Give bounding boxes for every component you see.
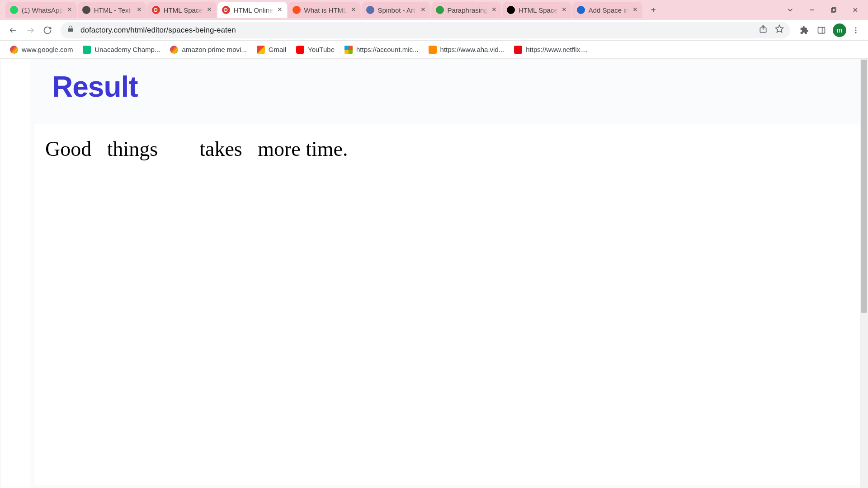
bookmark-favicon bbox=[344, 46, 353, 54]
tab-what-is-html[interactable]: What is HTML ✕ bbox=[288, 2, 361, 18]
bookmark-star-icon[interactable] bbox=[775, 24, 784, 36]
bookmark-label: https://www.aha.vid... bbox=[440, 46, 505, 53]
tab-favicon bbox=[366, 6, 374, 14]
bookmark-favicon bbox=[170, 46, 178, 54]
maximize-button[interactable] bbox=[824, 2, 844, 18]
bookmark-favicon bbox=[83, 46, 91, 54]
extensions-button[interactable] bbox=[797, 23, 812, 38]
panel-header: Result bbox=[30, 59, 868, 120]
result-panel: Result Good things takes more time. bbox=[30, 59, 868, 488]
profile-avatar[interactable]: m bbox=[833, 23, 846, 37]
bookmark-favicon bbox=[514, 46, 522, 54]
bookmark-favicon bbox=[429, 46, 437, 54]
bookmark-amazon-prime[interactable]: amazon prime movi... bbox=[166, 44, 250, 56]
bookmark-unacademy[interactable]: Unacademy Champ... bbox=[79, 44, 164, 56]
tab-favicon bbox=[10, 6, 18, 14]
tab-html-space-2[interactable]: HTML Space ✕ bbox=[502, 2, 571, 18]
tab-spinbot[interactable]: Spinbot - Art ✕ bbox=[362, 2, 430, 18]
tab-favicon: D bbox=[152, 6, 160, 14]
svg-point-13 bbox=[855, 29, 857, 31]
close-icon[interactable]: ✕ bbox=[206, 6, 213, 14]
scrollbar-thumb[interactable] bbox=[861, 60, 867, 313]
bookmarks-bar: www.google.com Unacademy Champ... amazon… bbox=[0, 41, 868, 59]
close-icon[interactable]: ✕ bbox=[66, 6, 73, 14]
close-icon[interactable]: ✕ bbox=[561, 6, 568, 14]
tab-title: (1) WhatsApp bbox=[22, 6, 63, 14]
side-panel-button[interactable] bbox=[814, 23, 829, 38]
bookmark-google[interactable]: www.google.com bbox=[6, 44, 76, 56]
tab-strip: (1) WhatsApp ✕ HTML - Text ✕ D HTML Spac… bbox=[0, 0, 868, 20]
close-icon[interactable]: ✕ bbox=[350, 6, 357, 14]
result-heading: Result bbox=[52, 70, 846, 103]
bookmark-label: www.google.com bbox=[22, 46, 73, 53]
bookmark-favicon bbox=[257, 46, 265, 54]
toolbar: dofactory.com/html/editor/spaces-being-e… bbox=[0, 20, 868, 41]
new-tab-button[interactable]: + bbox=[647, 4, 660, 16]
avatar-initial: m bbox=[837, 26, 843, 34]
close-icon[interactable]: ✕ bbox=[276, 6, 283, 14]
tab-favicon bbox=[82, 6, 90, 14]
bookmark-gmail[interactable]: Gmail bbox=[253, 44, 290, 56]
tab-html-space[interactable]: D HTML Space ✕ bbox=[147, 2, 217, 18]
tab-favicon bbox=[436, 6, 444, 14]
svg-rect-2 bbox=[832, 8, 836, 11]
tab-favicon bbox=[507, 6, 515, 14]
tab-favicon bbox=[577, 6, 585, 14]
minimize-button[interactable] bbox=[802, 2, 822, 18]
back-button[interactable] bbox=[5, 22, 22, 39]
svg-point-14 bbox=[855, 32, 857, 33]
svg-marker-9 bbox=[776, 25, 783, 33]
bookmark-label: YouTube bbox=[308, 46, 335, 53]
close-icon[interactable]: ✕ bbox=[420, 6, 427, 14]
bookmark-label: Gmail bbox=[269, 46, 286, 53]
bookmark-youtube[interactable]: YouTube bbox=[292, 44, 338, 56]
forward-button[interactable] bbox=[22, 22, 39, 39]
tab-html-text[interactable]: HTML - Text ✕ bbox=[78, 2, 146, 18]
tab-paraphrasing[interactable]: Paraphrasing ✕ bbox=[431, 2, 501, 18]
svg-rect-1 bbox=[831, 9, 835, 12]
result-text: Good things takes more time. bbox=[45, 137, 853, 161]
close-icon[interactable]: ✕ bbox=[632, 6, 639, 14]
bookmark-label: amazon prime movi... bbox=[182, 46, 246, 53]
tab-whatsapp[interactable]: (1) WhatsApp ✕ bbox=[5, 2, 77, 18]
close-window-button[interactable] bbox=[845, 2, 865, 18]
tab-html-online[interactable]: D HTML Online ✕ bbox=[217, 2, 287, 18]
left-gutter-inner bbox=[1, 59, 31, 488]
tab-favicon bbox=[292, 6, 301, 14]
bookmark-netflix[interactable]: https://www.netflix.... bbox=[510, 44, 591, 56]
page-content: Result Good things takes more time. bbox=[0, 59, 868, 488]
share-icon[interactable] bbox=[759, 24, 768, 36]
left-gutter bbox=[0, 59, 30, 488]
tab-favicon: D bbox=[222, 6, 230, 14]
menu-button[interactable] bbox=[848, 23, 863, 38]
bookmark-favicon bbox=[10, 46, 18, 54]
bookmark-microsoft[interactable]: https://account.mic... bbox=[341, 44, 422, 56]
close-icon[interactable]: ✕ bbox=[136, 6, 143, 14]
svg-point-12 bbox=[855, 27, 857, 28]
bookmark-aha[interactable]: https://www.aha.vid... bbox=[425, 44, 508, 56]
vertical-scrollbar[interactable] bbox=[860, 59, 868, 488]
tab-title: Paraphrasing bbox=[448, 6, 488, 14]
window-controls bbox=[780, 2, 868, 18]
tab-add-space[interactable]: Add Space in ✕ bbox=[572, 2, 642, 18]
tab-title: What is HTML bbox=[304, 6, 347, 14]
tab-title: HTML Online bbox=[234, 6, 274, 14]
url-text: dofactory.com/html/editor/spaces-being-e… bbox=[80, 26, 759, 35]
reload-button[interactable] bbox=[39, 22, 56, 39]
svg-rect-10 bbox=[818, 27, 825, 33]
tab-title: Spinbot - Art bbox=[378, 6, 417, 14]
tab-title: HTML Space bbox=[164, 6, 203, 14]
tab-search-button[interactable] bbox=[780, 2, 800, 18]
tab-title: Add Space in bbox=[589, 6, 629, 14]
bookmark-favicon bbox=[296, 46, 304, 54]
lock-icon[interactable] bbox=[67, 25, 74, 35]
result-body: Good things takes more time. bbox=[33, 123, 865, 485]
address-bar[interactable]: dofactory.com/html/editor/spaces-being-e… bbox=[61, 22, 790, 38]
close-icon[interactable]: ✕ bbox=[491, 6, 498, 14]
tab-title: HTML - Text bbox=[94, 6, 133, 14]
bookmark-label: https://www.netflix.... bbox=[526, 46, 588, 53]
bookmark-label: https://account.mic... bbox=[356, 46, 419, 53]
tab-title: HTML Space bbox=[519, 6, 558, 14]
bookmark-label: Unacademy Champ... bbox=[94, 46, 160, 53]
